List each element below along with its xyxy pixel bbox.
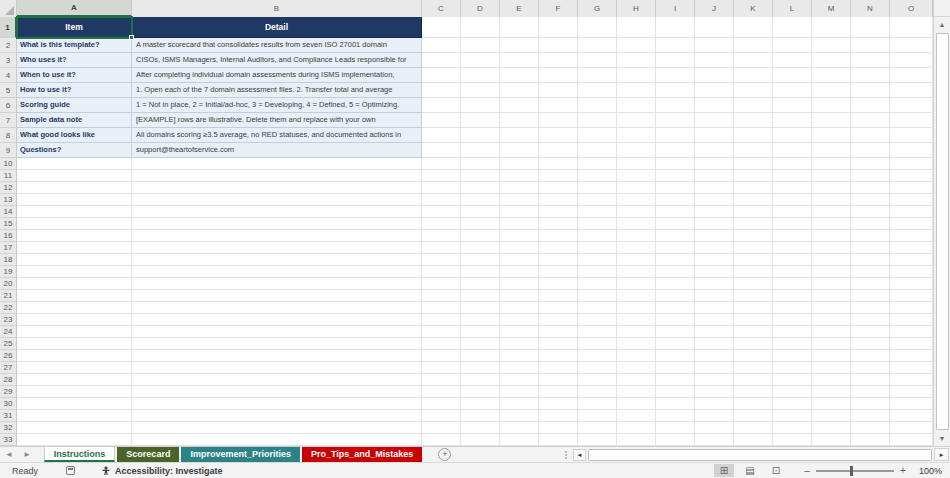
empty-cell[interactable] [578, 230, 617, 242]
zoom-out-icon[interactable]: – [802, 465, 812, 476]
empty-cell[interactable] [773, 98, 812, 113]
empty-cell[interactable] [132, 266, 422, 278]
row-header-22[interactable]: 22 [0, 302, 17, 314]
macro-record-icon[interactable] [66, 466, 75, 475]
empty-cell[interactable] [734, 206, 773, 218]
empty-cell[interactable] [773, 230, 812, 242]
empty-cell[interactable] [890, 290, 933, 302]
empty-cell[interactable] [617, 362, 656, 374]
row-header-33[interactable]: 33 [0, 434, 17, 446]
empty-cell[interactable] [578, 338, 617, 350]
empty-cell[interactable] [734, 182, 773, 194]
empty-cell[interactable] [656, 98, 695, 113]
column-header-h[interactable]: H [617, 0, 656, 17]
empty-cell[interactable] [890, 278, 933, 290]
empty-cell[interactable] [539, 206, 578, 218]
empty-cell[interactable] [812, 278, 851, 290]
empty-cell[interactable] [851, 290, 890, 302]
row-header-12[interactable]: 12 [0, 182, 17, 194]
empty-cell[interactable] [539, 182, 578, 194]
empty-cell[interactable] [812, 422, 851, 434]
empty-cell[interactable] [656, 254, 695, 266]
empty-cell[interactable] [539, 230, 578, 242]
empty-cell[interactable] [461, 83, 500, 98]
empty-cell[interactable] [500, 113, 539, 128]
row-header-15[interactable]: 15 [0, 218, 17, 230]
empty-cell[interactable] [734, 128, 773, 143]
empty-cell[interactable] [578, 206, 617, 218]
empty-cell[interactable] [656, 410, 695, 422]
empty-cell[interactable] [617, 53, 656, 68]
empty-cell[interactable] [461, 38, 500, 53]
empty-cell[interactable] [773, 17, 812, 38]
empty-cell[interactable] [890, 398, 933, 410]
empty-cell[interactable] [617, 158, 656, 170]
empty-cell[interactable] [734, 362, 773, 374]
cell-detail[interactable]: [EXAMPLE] rows are illustrative. Delete … [132, 113, 422, 128]
empty-cell[interactable] [656, 398, 695, 410]
empty-cell[interactable] [132, 350, 422, 362]
empty-cell[interactable] [695, 113, 734, 128]
empty-cell[interactable] [812, 182, 851, 194]
empty-cell[interactable] [617, 350, 656, 362]
empty-cell[interactable] [422, 290, 461, 302]
empty-cell[interactable] [578, 278, 617, 290]
empty-cell[interactable] [461, 338, 500, 350]
empty-cell[interactable] [890, 68, 933, 83]
column-header-i[interactable]: I [656, 0, 695, 17]
empty-cell[interactable] [500, 194, 539, 206]
empty-cell[interactable] [17, 290, 132, 302]
empty-cell[interactable] [890, 98, 933, 113]
empty-cell[interactable] [773, 194, 812, 206]
scroll-down-icon[interactable]: ▼ [934, 431, 950, 446]
empty-cell[interactable] [773, 53, 812, 68]
row-header-2[interactable]: 2 [0, 38, 17, 53]
empty-cell[interactable] [890, 314, 933, 326]
empty-cell[interactable] [500, 218, 539, 230]
empty-cell[interactable] [851, 68, 890, 83]
horizontal-scrollbar[interactable]: ◄ [563, 448, 932, 462]
empty-cell[interactable] [17, 422, 132, 434]
empty-cell[interactable] [851, 278, 890, 290]
tab-splitter-handle[interactable] [563, 451, 569, 459]
row-header-24[interactable]: 24 [0, 326, 17, 338]
empty-cell[interactable] [578, 290, 617, 302]
tab-instructions[interactable]: Instructions [44, 447, 116, 462]
empty-cell[interactable] [734, 338, 773, 350]
column-header-g[interactable]: G [578, 0, 617, 17]
empty-cell[interactable] [656, 278, 695, 290]
empty-cell[interactable] [132, 398, 422, 410]
empty-cell[interactable] [656, 350, 695, 362]
zoom-slider-thumb[interactable] [850, 466, 853, 476]
empty-cell[interactable] [500, 230, 539, 242]
empty-cell[interactable] [656, 290, 695, 302]
empty-cell[interactable] [695, 434, 734, 446]
empty-cell[interactable] [17, 230, 132, 242]
empty-cell[interactable] [695, 143, 734, 158]
empty-cell[interactable] [890, 158, 933, 170]
empty-cell[interactable] [695, 266, 734, 278]
empty-cell[interactable] [500, 182, 539, 194]
empty-cell[interactable] [851, 218, 890, 230]
empty-cell[interactable] [656, 182, 695, 194]
empty-cell[interactable] [578, 350, 617, 362]
column-header-k[interactable]: K [734, 0, 773, 17]
empty-cell[interactable] [695, 182, 734, 194]
row-header-4[interactable]: 4 [0, 68, 17, 83]
empty-cell[interactable] [578, 302, 617, 314]
empty-cell[interactable] [773, 83, 812, 98]
empty-cell[interactable] [890, 386, 933, 398]
empty-cell[interactable] [539, 17, 578, 38]
empty-cell[interactable] [695, 17, 734, 38]
empty-cell[interactable] [578, 170, 617, 182]
empty-cell[interactable] [656, 434, 695, 446]
row-header-7[interactable]: 7 [0, 113, 17, 128]
empty-cell[interactable] [695, 68, 734, 83]
empty-cell[interactable] [851, 206, 890, 218]
empty-cell[interactable] [539, 338, 578, 350]
row-header-29[interactable]: 29 [0, 386, 17, 398]
empty-cell[interactable] [851, 422, 890, 434]
empty-cell[interactable] [461, 53, 500, 68]
empty-cell[interactable] [812, 38, 851, 53]
empty-cell[interactable] [656, 68, 695, 83]
